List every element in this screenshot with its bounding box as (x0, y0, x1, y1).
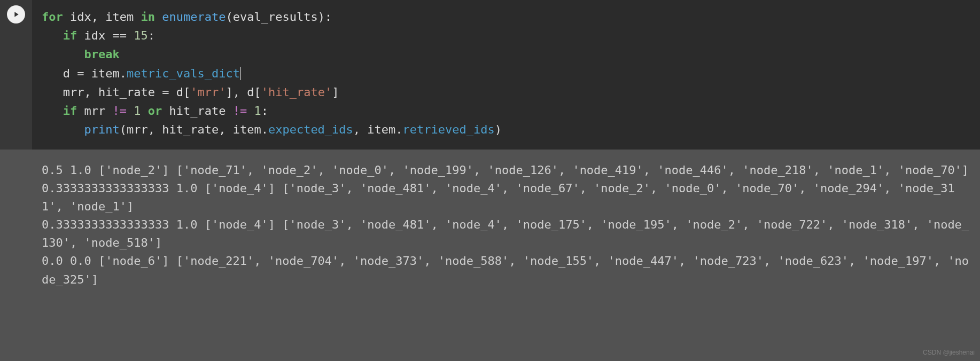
code-cell: for idx, item in enumerate(eval_results)… (0, 0, 980, 150)
keyword-in: in (141, 10, 155, 23)
cell-output: 0.5 1.0 ['node_2'] ['node_71', 'node_2',… (0, 150, 980, 301)
output-line: 0.3333333333333333 1.0 ['node_4'] ['node… (42, 182, 955, 213)
code-line: mrr, hit_rate = d['mrr'], d['hit_rate'] (42, 83, 970, 101)
code-line: print(mrr, hit_rate, item.expected_ids, … (42, 120, 970, 139)
output-line: 0.0 0.0 ['node_6'] ['node_221', 'node_70… (42, 254, 969, 286)
play-icon (12, 10, 20, 19)
keyword-or: or (148, 104, 162, 117)
code-line: if idx == 15: (42, 26, 970, 45)
text-cursor (240, 67, 241, 80)
code-line: for idx, item in enumerate(eval_results)… (42, 7, 970, 26)
builtin-print: print (84, 123, 119, 136)
output-line: 0.5 1.0 ['node_2'] ['node_71', 'node_2',… (42, 163, 969, 177)
keyword-break: break (84, 48, 119, 61)
keyword-if: if (63, 104, 77, 117)
code-line: d = item.metric_vals_dict (42, 64, 970, 83)
keyword-for: for (42, 10, 63, 23)
builtin-enumerate: enumerate (162, 10, 225, 23)
output-line: 0.3333333333333333 1.0 ['node_4'] ['node… (42, 218, 969, 249)
keyword-if: if (63, 29, 77, 42)
code-line: break (42, 45, 970, 64)
code-editor[interactable]: for idx, item in enumerate(eval_results)… (32, 0, 980, 150)
run-cell-button[interactable] (7, 5, 25, 23)
cell-gutter (0, 0, 32, 150)
code-line: if mrr != 1 or hit_rate != 1: (42, 101, 970, 120)
watermark: CSDN @jieshenai (923, 348, 975, 358)
